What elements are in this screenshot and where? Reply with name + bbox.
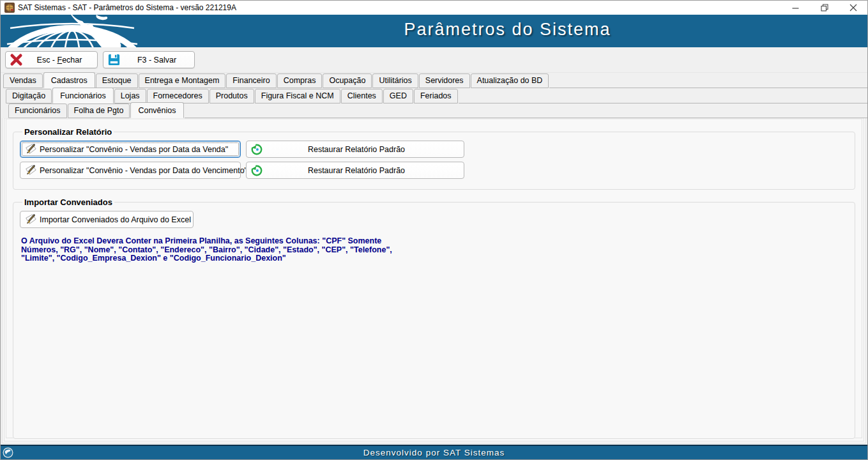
tab-ocupacao[interactable]: Ocupação: [323, 73, 372, 88]
globe-logo: [1, 15, 148, 47]
close-icon: [849, 4, 857, 12]
footer-credit-text: Desenvolvido por SAT Sistemas: [363, 448, 505, 457]
maximize-restore-icon: [821, 4, 828, 12]
excel-note-line-1: O Arquivo do Excel Devera Conter na Prim…: [21, 237, 848, 246]
minimize-icon: [792, 4, 799, 12]
maximize-restore-button[interactable]: [810, 1, 839, 15]
tab-convenios[interactable]: Convênios: [130, 102, 183, 118]
tab-feriados[interactable]: Feriados: [414, 89, 458, 103]
personalize-vendas-data-venda-button[interactable]: Personalizar "Convênio - Vendas por Data…: [20, 141, 241, 158]
tab-compras[interactable]: Compras: [277, 73, 323, 88]
tab-funcionarios-sub[interactable]: Funcionários: [8, 103, 67, 118]
footer-bar: Desenvolvido por SAT Sistemas: [1, 445, 867, 459]
tab-clientes[interactable]: Clientes: [341, 89, 383, 103]
tab-cadastros[interactable]: Cadastros: [43, 72, 95, 88]
import-excel-label: Importar Conveniados do Arquivo do Excel: [40, 215, 204, 224]
red-x-icon: [10, 53, 23, 66]
footer-globe-icon: [3, 447, 13, 458]
esc-fechar-label: Esc - Fechar: [26, 56, 93, 65]
convenios-page: Personalizar Relatório: [6, 119, 862, 438]
pen-icon: [24, 143, 37, 156]
tab-produtos[interactable]: Produtos: [209, 89, 254, 103]
excel-columns-note: O Arquivo do Excel Devera Conter na Prim…: [21, 237, 848, 263]
app-window: SAT Sistemas - SAT - Parâmetros do Siste…: [0, 0, 868, 460]
tab-entrega-e-montagem[interactable]: Entrega e Montagem: [139, 73, 226, 88]
tab-folha-de-pgto[interactable]: Folha de Pgto: [68, 103, 130, 118]
personalize-vendas-data-vencimento-label: Personalizar "Convênio - Vendas por Data…: [40, 166, 260, 175]
tab-strip-funcionarios: Funcionários Folha de Pgto Convênios: [1, 103, 867, 118]
f3-salvar-button[interactable]: F3 - Salvar: [103, 51, 195, 68]
tab-page-area: Personalizar Relatório: [1, 118, 867, 445]
restore-default-report-label-2: Restaurar Relatório Padrão: [266, 166, 460, 175]
tab-atualizacao-do-bd[interactable]: Atualização do BD: [471, 73, 549, 88]
tab-strip-cadastros: Digitação Funcionários Lojas Fornecedore…: [1, 88, 867, 103]
tab-ged[interactable]: GED: [383, 89, 413, 103]
floppy-save-icon: [107, 53, 121, 66]
tab-funcionarios[interactable]: Funcionários: [52, 88, 114, 103]
tab-vendas[interactable]: Vendas: [3, 73, 43, 88]
window-title: SAT Sistemas - SAT - Parâmetros do Siste…: [18, 3, 236, 12]
cadastros-page: Personalizar Relatório: [2, 118, 866, 443]
tab-digitacao[interactable]: Digitação: [6, 89, 52, 103]
header-banner: Parâmetros do Sistema: [1, 15, 867, 47]
tab-servidores[interactable]: Servidores: [419, 73, 470, 88]
personalizar-relatorio-group-title: Personalizar Relatório: [22, 127, 114, 137]
restore-arrow-icon: [250, 143, 263, 156]
import-excel-button[interactable]: Importar Conveniados do Arquivo do Excel: [20, 211, 194, 228]
funcionarios-page: Personalizar Relatório: [4, 118, 864, 441]
personalizar-relatorio-group: Personalizar Relatório: [13, 127, 855, 190]
tab-fornecedores[interactable]: Fornecedores: [147, 89, 209, 103]
toolbar: Esc - Fechar F3 - Salvar: [1, 47, 867, 73]
personalize-vendas-data-venda-label: Personalizar "Convênio - Vendas por Data…: [40, 145, 241, 154]
tab-strip-main: Vendas Cadastros Estoque Entrega e Monta…: [1, 73, 867, 88]
tab-estoque[interactable]: Estoque: [96, 73, 138, 88]
importar-conveniados-group: Importar Conveniados: [13, 197, 855, 439]
minimize-button[interactable]: [781, 1, 810, 15]
restore-default-report-button-2[interactable]: Restaurar Relatório Padrão: [246, 162, 464, 179]
restore-default-report-button-1[interactable]: Restaurar Relatório Padrão: [246, 141, 464, 158]
titlebar: SAT Sistemas - SAT - Parâmetros do Siste…: [1, 1, 867, 15]
tab-utilitarios[interactable]: Utilitários: [372, 73, 418, 88]
restore-default-report-label-1: Restaurar Relatório Padrão: [266, 145, 460, 154]
pen-icon: [24, 164, 37, 177]
excel-note-line-3: "Limite", "Codigo_Empresa_Dexion" e "Cod…: [21, 254, 848, 263]
close-window-button[interactable]: [839, 1, 867, 15]
tab-financeiro[interactable]: Financeiro: [226, 73, 276, 88]
importar-conveniados-group-title: Importar Conveniados: [22, 197, 114, 207]
esc-fechar-button[interactable]: Esc - Fechar: [5, 51, 98, 68]
app-icon: [4, 3, 15, 13]
excel-note-line-2: Números, "RG", "Nome", "Contato", "Ender…: [21, 246, 848, 255]
f3-salvar-label: F3 - Salvar: [123, 56, 190, 65]
personalize-vendas-data-vencimento-button[interactable]: Personalizar "Convênio - Vendas por Data…: [20, 162, 241, 179]
tab-lojas[interactable]: Lojas: [114, 89, 146, 103]
page-title: Parâmetros do Sistema: [148, 20, 867, 40]
pen-icon: [24, 213, 37, 226]
tab-figura-fiscal-e-ncm[interactable]: Figura Fiscal e NCM: [255, 89, 340, 103]
restore-arrow-icon: [250, 164, 263, 177]
window-controls: [781, 1, 867, 15]
